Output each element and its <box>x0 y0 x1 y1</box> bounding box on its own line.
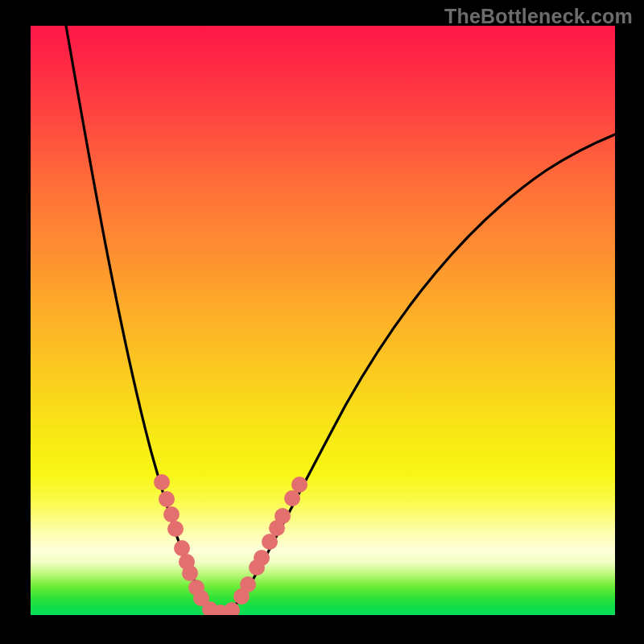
data-point <box>262 534 278 550</box>
plot-area <box>31 26 615 615</box>
data-point <box>284 490 300 506</box>
frame: TheBottleneck.com <box>0 0 644 644</box>
data-point <box>167 521 184 537</box>
data-point <box>174 540 190 556</box>
curve-right <box>221 134 615 613</box>
data-point <box>240 576 256 592</box>
data-point <box>254 550 270 566</box>
bottleneck-chart <box>31 26 615 615</box>
data-point <box>154 474 170 490</box>
data-point <box>291 477 308 493</box>
data-point <box>275 508 291 524</box>
data-point <box>182 565 198 581</box>
data-point <box>163 506 180 522</box>
curve-left <box>66 26 221 613</box>
watermark-text: TheBottleneck.com <box>444 5 633 28</box>
data-point <box>159 491 175 507</box>
